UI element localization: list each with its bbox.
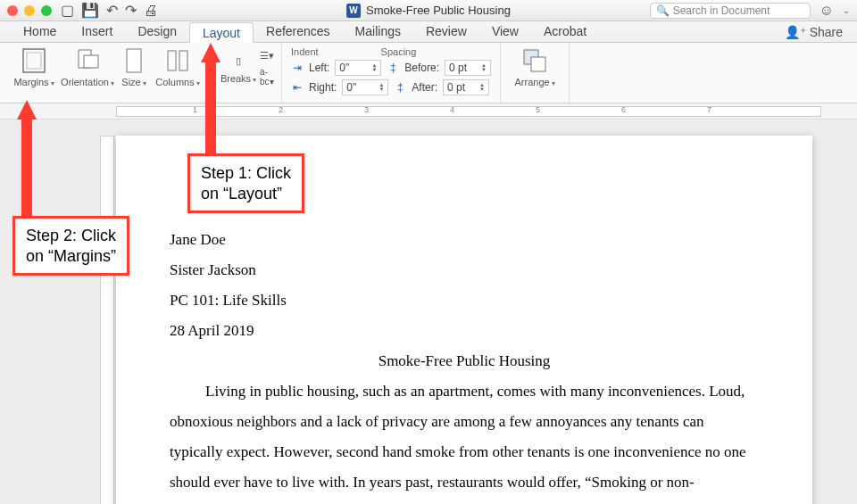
spacing-before-value: 0 pt [449, 62, 467, 74]
breaks-label: Breaks [220, 73, 251, 84]
callout-step1-line1: Step 1: Click [201, 164, 291, 182]
size-label: Size [121, 77, 140, 87]
chevron-down-icon[interactable]: ⌄ [843, 5, 850, 15]
document-area: Jane Doe Sister Jackson PC 101: Life Ski… [0, 120, 857, 504]
undo-icon[interactable]: ↶ [106, 2, 118, 19]
save-icon[interactable]: 💾 [81, 2, 99, 19]
titlebar: ▢ 💾 ↶ ↷ 🖨 W Smoke-Free Public Housing 🔍 … [0, 0, 857, 21]
indent-left-input[interactable]: 0"▲▼ [335, 60, 381, 76]
callout-step2: Step 2: Click on “Margins” [12, 216, 129, 276]
doc-line-date: 28 April 2019 [170, 316, 759, 346]
breaks-icon: ▯ [224, 50, 253, 71]
margins-label: Margins [13, 77, 48, 87]
arrange-group: Arrange▾ [501, 43, 570, 103]
tab-view[interactable]: View [479, 21, 531, 42]
breaks-group: ▯ Breaks▾ ☰▾ a-bc▾ [210, 43, 282, 103]
arrange-button[interactable]: Arrange▾ [508, 46, 562, 87]
orientation-button[interactable]: Orientation▾ [61, 46, 114, 87]
indent-right-input[interactable]: 0"▲▼ [342, 79, 388, 95]
callout-step2-line1: Step 2: Click [26, 227, 116, 244]
spacing-header: Spacing [381, 46, 417, 57]
svg-rect-5 [168, 51, 176, 70]
ruler-tick: 4 [450, 105, 454, 114]
doc-line-course: PC 101: Life Skills [170, 285, 759, 316]
ruler-tick: 3 [364, 105, 369, 114]
arrange-icon [520, 46, 549, 75]
margins-button[interactable]: Margins▾ [7, 46, 61, 87]
print-icon[interactable]: 🖨 [144, 3, 158, 19]
svg-rect-6 [179, 51, 187, 70]
share-label: Share [810, 25, 843, 39]
tab-home[interactable]: Home [11, 21, 69, 42]
svg-rect-1 [27, 53, 41, 69]
ruler-tick: 5 [536, 105, 540, 114]
ruler-tick: 6 [621, 105, 626, 114]
spacing-before-input[interactable]: 0 pt▲▼ [445, 60, 491, 76]
doc-line-instructor: Sister Jackson [170, 255, 759, 285]
indent-right-value: 0" [346, 81, 356, 94]
size-icon [120, 46, 148, 75]
indent-left-label: Left: [309, 62, 329, 74]
columns-button[interactable]: Columns▾ [154, 46, 202, 87]
indent-left-value: 0" [339, 62, 349, 74]
ribbon-tabs: Home Insert Design Layout References Mai… [0, 21, 857, 43]
svg-rect-3 [84, 55, 98, 68]
columns-label: Columns [155, 77, 194, 87]
spacing-before-icon: ‡ [387, 62, 399, 74]
tab-insert[interactable]: Insert [69, 21, 125, 42]
tab-design[interactable]: Design [125, 21, 189, 42]
breaks-button[interactable]: ▯ Breaks▾ [217, 50, 260, 84]
ribbon: Margins▾ Orientation▾ Size▾ Columns▾ ▯ B… [0, 43, 857, 103]
orientation-icon [73, 46, 102, 75]
ruler-tick: 2 [279, 105, 283, 114]
autosave-icon[interactable]: ▢ [61, 2, 74, 19]
zoom-icon[interactable] [41, 5, 52, 16]
orientation-label: Orientation [61, 77, 109, 87]
size-button[interactable]: Size▾ [114, 46, 154, 87]
indent-right-label: Right: [309, 81, 337, 94]
paragraph-group: IndentSpacing ⇥ Left: 0"▲▼ ‡ Before: 0 p… [282, 43, 501, 103]
ruler-tick: 7 [707, 105, 711, 114]
svg-rect-4 [127, 49, 141, 72]
minimize-icon[interactable] [24, 5, 35, 16]
svg-rect-8 [531, 57, 545, 71]
tab-layout[interactable]: Layout [189, 22, 254, 43]
search-input[interactable]: 🔍 Search in Document [650, 3, 811, 19]
window-title: W Smoke-Free Public Housing [346, 4, 511, 18]
columns-icon [163, 46, 192, 75]
margins-icon [20, 46, 48, 75]
doc-body: Living in public housing, such as an apa… [170, 376, 759, 504]
line-numbers-button[interactable]: ☰▾ [260, 50, 274, 62]
spacing-after-input[interactable]: 0 pt▲▼ [443, 79, 489, 95]
doc-title: Smoke-Free Public Housing [170, 346, 759, 376]
tab-acrobat[interactable]: Acrobat [531, 21, 599, 42]
callout-step2-line2: on “Margins” [26, 247, 116, 265]
window-controls [7, 5, 52, 16]
vertical-ruler[interactable] [100, 136, 114, 504]
tab-review[interactable]: Review [413, 21, 479, 42]
share-button[interactable]: 👤⁺ Share [785, 21, 846, 42]
indent-left-icon: ⇥ [291, 62, 304, 74]
horizontal-ruler[interactable]: 1 2 3 4 5 6 7 [0, 103, 857, 120]
redo-icon[interactable]: ↷ [125, 2, 137, 19]
search-placeholder: Search in Document [673, 4, 804, 17]
spacing-after-label: After: [412, 81, 437, 94]
tab-references[interactable]: References [254, 21, 343, 42]
callout-step1-line2: on “Layout” [201, 185, 282, 202]
hyphenation-button[interactable]: a-bc▾ [260, 67, 274, 87]
spacing-before-label: Before: [404, 62, 439, 74]
callout-step1: Step 1: Click on “Layout” [187, 153, 304, 213]
close-icon[interactable] [7, 5, 18, 16]
indent-header: Indent [291, 46, 319, 57]
tab-mailings[interactable]: Mailings [343, 21, 413, 42]
feedback-icon[interactable]: ☺ [820, 3, 834, 19]
indent-right-icon: ⇤ [291, 81, 304, 94]
spacing-after-icon: ‡ [394, 81, 406, 94]
ruler-tick: 1 [193, 105, 197, 114]
word-icon: W [346, 4, 361, 18]
share-icon: 👤⁺ [785, 25, 806, 39]
document-title: Smoke-Free Public Housing [366, 4, 511, 17]
doc-line-name: Jane Doe [170, 225, 759, 255]
search-icon: 🔍 [656, 4, 670, 17]
arrange-label: Arrange [514, 77, 549, 87]
